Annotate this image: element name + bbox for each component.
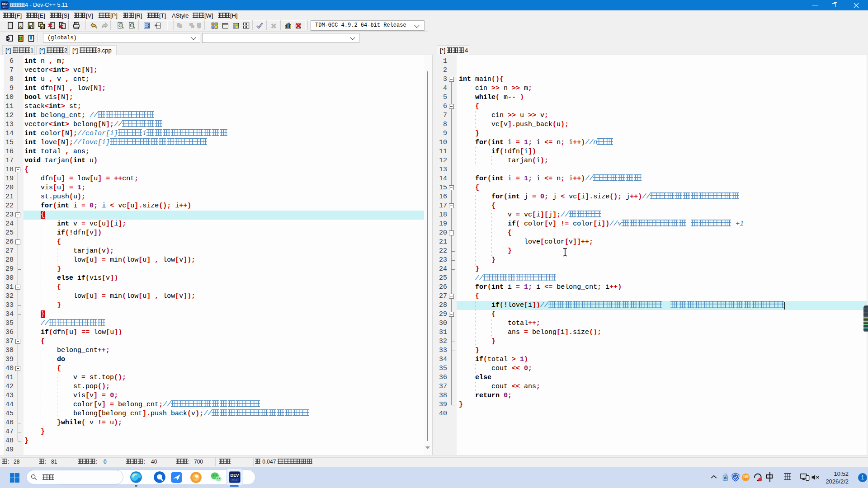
svg-text:C++: C++ [231,479,237,482]
svg-text:DEV: DEV [2,3,7,5]
svg-text:DEV: DEV [230,473,239,478]
svg-text:C++: C++ [3,6,7,8]
